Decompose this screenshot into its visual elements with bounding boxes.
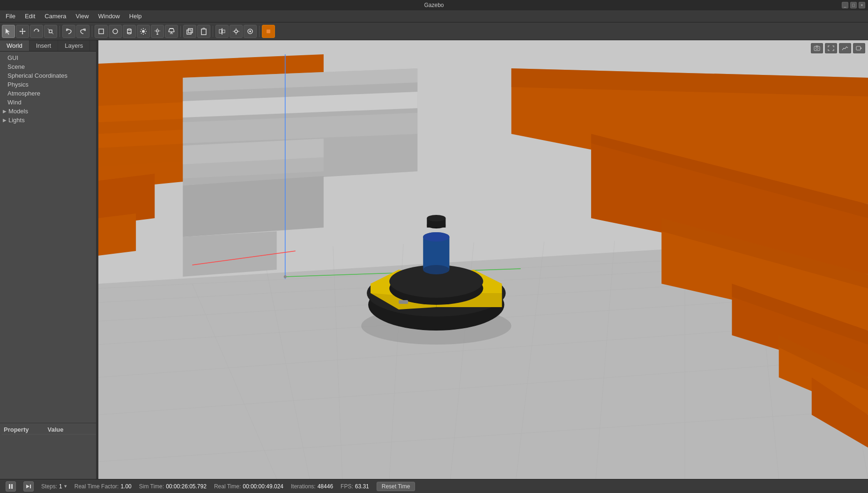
pause-button[interactable] bbox=[6, 481, 16, 492]
svg-rect-112 bbox=[423, 237, 449, 270]
tool-cylinder[interactable] bbox=[123, 25, 136, 38]
separator-5 bbox=[259, 26, 260, 37]
toolbar bbox=[0, 22, 868, 40]
video-btn[interactable] bbox=[853, 43, 865, 53]
menu-help[interactable]: Help bbox=[126, 12, 146, 21]
main-layout: World Insert Layers GUI Scene Spherical … bbox=[0, 40, 868, 479]
svg-point-113 bbox=[423, 265, 449, 274]
value-col-label: Value bbox=[47, 426, 63, 433]
tool-snap1[interactable] bbox=[215, 25, 229, 38]
screenshot-btn[interactable] bbox=[811, 43, 823, 53]
models-arrow: ▶ bbox=[3, 109, 7, 114]
close-btn[interactable]: × bbox=[859, 2, 865, 8]
menu-edit[interactable]: Edit bbox=[21, 12, 39, 21]
steps-label: Steps: bbox=[41, 483, 57, 490]
svg-point-25 bbox=[156, 29, 159, 32]
property-header: Property Value bbox=[2, 425, 96, 434]
tool-orange[interactable] bbox=[262, 25, 275, 38]
tool-box[interactable] bbox=[95, 25, 108, 38]
maximize-btn[interactable]: □ bbox=[850, 2, 857, 8]
svg-marker-96 bbox=[183, 231, 276, 277]
tree-item-scene[interactable]: Scene bbox=[0, 62, 98, 71]
tool-redo[interactable] bbox=[76, 25, 89, 38]
property-panel: Property Value bbox=[0, 423, 98, 479]
rtf-display: Real Time Factor: 1.00 bbox=[74, 483, 132, 490]
tool-sun[interactable] bbox=[137, 25, 150, 38]
svg-line-24 bbox=[141, 33, 142, 34]
tree-item-physics[interactable]: Physics bbox=[0, 80, 98, 89]
tree-item-spherical[interactable]: Spherical Coordinates bbox=[0, 71, 98, 80]
svg-rect-124 bbox=[11, 484, 13, 489]
svg-point-16 bbox=[142, 30, 145, 33]
tab-layers[interactable]: Layers bbox=[58, 40, 90, 51]
tool-pointlight[interactable] bbox=[151, 25, 164, 38]
svg-rect-123 bbox=[9, 484, 10, 489]
title-bar: Gazebo _ □ × bbox=[0, 0, 868, 10]
tool-sphere[interactable] bbox=[109, 25, 122, 38]
simtime-label: Sim Time: bbox=[139, 483, 164, 490]
tool-rotate[interactable] bbox=[30, 25, 43, 38]
tool-plane2[interactable] bbox=[197, 25, 210, 38]
separator-2 bbox=[92, 26, 92, 37]
lights-arrow: ▶ bbox=[3, 118, 7, 123]
tool-translate[interactable] bbox=[16, 25, 29, 38]
viewport[interactable] bbox=[98, 40, 868, 479]
graph-btn[interactable] bbox=[839, 43, 851, 53]
viewport-scene bbox=[98, 40, 868, 479]
fps-label: FPS: bbox=[341, 483, 353, 490]
left-resize-handle[interactable] bbox=[96, 40, 98, 479]
svg-rect-46 bbox=[223, 30, 225, 33]
tree-item-wind[interactable]: Wind bbox=[0, 98, 98, 107]
status-bar: Steps: 1 ▾ Real Time Factor: 1.00 Sim Ti… bbox=[0, 479, 868, 493]
tool-origin[interactable] bbox=[244, 25, 257, 38]
menu-window[interactable]: Window bbox=[95, 12, 124, 21]
svg-point-117 bbox=[427, 215, 445, 221]
fps-display: FPS: 63.31 bbox=[341, 483, 369, 490]
svg-rect-39 bbox=[188, 29, 193, 33]
tab-insert[interactable]: Insert bbox=[30, 40, 59, 51]
menu-camera[interactable]: Camera bbox=[41, 12, 70, 21]
svg-point-53 bbox=[249, 30, 251, 32]
tree-item-gui[interactable]: GUI bbox=[0, 53, 98, 62]
svg-rect-126 bbox=[30, 485, 31, 488]
realtime-label: Real Time: bbox=[214, 483, 241, 490]
tool-spotlight[interactable] bbox=[165, 25, 178, 38]
minimize-btn[interactable]: _ bbox=[842, 2, 848, 8]
steps-dropdown[interactable]: ▾ bbox=[64, 483, 67, 489]
reset-time-button[interactable]: Reset Time bbox=[377, 482, 415, 491]
svg-rect-121 bbox=[856, 46, 861, 50]
menu-file[interactable]: File bbox=[2, 12, 19, 21]
separator-1 bbox=[59, 26, 60, 37]
steps-value: 1 bbox=[59, 483, 62, 490]
svg-rect-38 bbox=[187, 30, 191, 34]
step-button[interactable] bbox=[23, 481, 34, 492]
svg-rect-7 bbox=[49, 30, 52, 33]
svg-line-23 bbox=[145, 29, 146, 30]
simtime-display: Sim Time: 00:00:26:05.792 bbox=[139, 483, 207, 490]
tool-undo[interactable] bbox=[62, 25, 75, 38]
simtime-value: 00:00:26:05.792 bbox=[166, 483, 207, 490]
tool-snap2[interactable] bbox=[230, 25, 243, 38]
menu-view[interactable]: View bbox=[72, 12, 93, 21]
tree-item-atmosphere[interactable]: Atmosphere bbox=[0, 89, 98, 98]
svg-marker-4 bbox=[19, 30, 21, 32]
left-panel: World Insert Layers GUI Scene Spherical … bbox=[0, 40, 98, 479]
svg-marker-79 bbox=[98, 213, 136, 256]
tree-item-models[interactable]: ▶ Models bbox=[0, 107, 98, 116]
fullscreen-btn[interactable] bbox=[825, 43, 837, 53]
tree-item-lights[interactable]: ▶ Lights bbox=[0, 116, 98, 125]
rtf-label: Real Time Factor: bbox=[74, 483, 119, 490]
tab-world[interactable]: World bbox=[0, 40, 30, 51]
tool-select[interactable] bbox=[2, 25, 15, 38]
tool-plane1[interactable] bbox=[183, 25, 196, 38]
tool-scale[interactable] bbox=[44, 25, 57, 38]
iterations-display: Iterations: 48446 bbox=[291, 483, 333, 490]
svg-point-13 bbox=[127, 32, 131, 34]
world-tree: GUI Scene Spherical Coordinates Physics … bbox=[0, 52, 98, 423]
svg-marker-3 bbox=[22, 33, 23, 35]
svg-point-12 bbox=[127, 29, 131, 30]
svg-point-11 bbox=[113, 29, 118, 34]
svg-point-105 bbox=[284, 275, 287, 278]
svg-line-9 bbox=[52, 33, 53, 34]
svg-point-47 bbox=[235, 30, 237, 33]
